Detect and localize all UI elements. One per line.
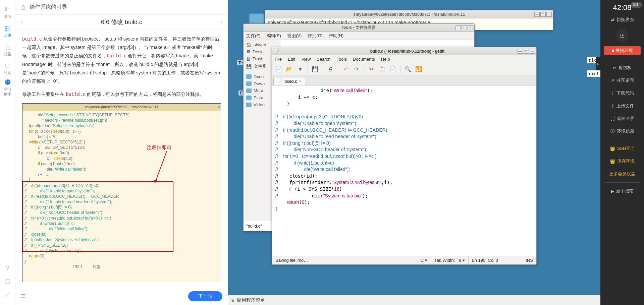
help-icon[interactable]: ? [0, 261, 15, 275]
gedit-titlebar[interactable]: 📝 build.c (~/oslab/linux-0.11/tools) - g… [272, 47, 536, 55]
status-position: Ln 190, Col 3 [469, 256, 522, 264]
gedit-app-icon: 📝 [274, 49, 279, 54]
menu-documents[interactable]: Documents [353, 57, 375, 62]
max-icon[interactable]: □ [540, 12, 546, 17]
svg-point-13 [6, 81, 7, 82]
menu-help[interactable]: 帮助(H) [329, 33, 343, 39]
annotation-box [22, 181, 173, 252]
status-lang[interactable]: C ▾ [417, 256, 431, 264]
save-env-button[interactable]: 👑 保存环境 [600, 155, 644, 168]
terminal-titlebar[interactable]: shiyanlou@662e0e2a87dfc0d5f310dd71: ~/os… [265, 10, 553, 18]
menu-view[interactable]: View [301, 57, 311, 62]
assistant-icon [4, 79, 11, 85]
left-nav: 章节 步骤 报告 讨论 学习 助手 ? [0, 0, 15, 305]
ssh-button[interactable]: 👑 SSH直连 [600, 142, 644, 155]
doc-breadcrumb: 操作系统的引导 [15, 0, 228, 15]
svg-rect-15 [6, 280, 10, 284]
nav-discuss[interactable]: 讨论 [0, 60, 15, 78]
nav-report[interactable]: 报告 [0, 41, 15, 60]
close-icon[interactable]: × [530, 49, 535, 54]
nav-assistant[interactable]: 学习 助手 [0, 78, 15, 97]
fm-titlebar[interactable]: tools - 文件管理器—□× [244, 24, 474, 32]
stats-icon[interactable] [0, 288, 15, 302]
doc-panel: 操作系统的引导 ‹ 6.6 修改 build.c › build.c 从命令行参… [15, 0, 228, 305]
fm-menubar: 文件(F) 编辑(E) 视图(V) 转到(G) 帮助(H) [244, 32, 474, 40]
code-content: die("Setup exceeds " STRINGIFY(SETUP_SEC… [22, 111, 221, 282]
close-icon[interactable]: × [468, 25, 473, 30]
gedit-window[interactable]: 📝 build.c (~/oslab/linux-0.11/tools) - g… [272, 47, 537, 265]
menu-goto[interactable]: 转到(G) [308, 33, 323, 39]
redo-icon[interactable]: ↷ [352, 65, 361, 74]
gedit-menubar: File Edit View Search Tools Documents He… [272, 55, 536, 63]
taskbar[interactable]: ⎈ 应用程序菜单 [228, 295, 600, 305]
save-icon[interactable] [0, 275, 15, 288]
cut-icon[interactable]: ✂ [367, 65, 376, 74]
doc-footer: ☰ 下一步 [15, 287, 228, 305]
guide-button[interactable]: ▶ 新手指南 [600, 185, 644, 197]
print-icon[interactable]: 🖨 [326, 65, 335, 74]
switch-view[interactable]: ⇄ 切换界面 [600, 13, 644, 26]
logo-icon: ◳ [615, 28, 629, 42]
right-panel: ▶ 延时 42:08 ⇄ 切换界面 ◳ ■ 关闭环境 ✂ 剪切板 ↗ 共享桌面 … [600, 0, 644, 305]
min-icon[interactable]: — [455, 25, 461, 30]
annotation-text: 注释掉即可 [147, 144, 172, 151]
next-button[interactable]: 下一步 [188, 291, 222, 301]
discuss-icon [5, 63, 11, 69]
menu-view[interactable]: 视图(V) [287, 33, 302, 39]
chevron-down-icon[interactable]: ▾ [296, 65, 305, 74]
copy-icon[interactable]: 📋 [377, 65, 387, 74]
download-button[interactable]: ⇩ 下载代码 [600, 87, 644, 100]
paste-icon[interactable]: 📄 [388, 65, 397, 74]
replace-icon[interactable]: 🔁 [414, 65, 423, 74]
app-menu-icon[interactable]: ⎈ [231, 298, 234, 303]
section-title: 6.6 修改 build.c [101, 18, 142, 26]
find-icon[interactable]: 🔍 [403, 65, 413, 74]
menu-edit[interactable]: Edit [288, 57, 295, 62]
home-icon[interactable] [21, 5, 26, 10]
gedit-title: build.c (~/oslab/linux-0.11/tools) - ged… [280, 49, 534, 54]
max-icon[interactable]: □ [462, 25, 467, 30]
next-section[interactable]: › [220, 18, 222, 25]
clipboard-button[interactable]: ✂ 剪切板 [600, 61, 644, 74]
tab-close-icon[interactable]: × [299, 79, 302, 84]
menu-edit[interactable]: 编辑(E) [267, 33, 281, 39]
collapse-icon[interactable]: ▶ [596, 57, 600, 70]
menu-file[interactable]: 文件(F) [246, 33, 261, 39]
nav-steps[interactable]: 步骤 [0, 22, 15, 41]
breadcrumb-text: 操作系统的引导 [30, 4, 67, 11]
close-env-button[interactable]: ■ 关闭环境 [604, 46, 641, 55]
status-tabwidth[interactable]: Tab Width: 8 ▾ [431, 256, 469, 264]
code-inline: build.c [66, 92, 86, 97]
svg-point-14 [8, 81, 9, 82]
nav-bottom: ? [0, 261, 15, 305]
prev-section[interactable]: ‹ [21, 18, 23, 25]
undo-icon[interactable]: ↶ [341, 65, 350, 74]
menu-tools[interactable]: Tools [337, 57, 347, 62]
editor-area[interactable]: die("Write call failed"); i += c; } // i… [272, 85, 536, 256]
close-icon[interactable]: × [546, 12, 552, 17]
doc-body: build.c 从命令行参数得到 bootsect、setup 和 system… [15, 29, 228, 287]
new-icon[interactable]: 📄 [274, 65, 283, 74]
upload-button[interactable]: ⇧ 上传文件 [600, 100, 644, 112]
app-menu-label[interactable]: 应用程序菜单 [237, 297, 265, 303]
menu-file[interactable]: File [275, 57, 282, 62]
more-vip[interactable]: 更多会员权益 [600, 168, 644, 180]
toc-icon[interactable]: ☰ [21, 293, 25, 299]
menu-help[interactable]: Help [381, 57, 390, 62]
menu-search[interactable]: Search [317, 57, 330, 62]
max-icon[interactable]: □ [524, 49, 529, 54]
min-icon[interactable]: — [534, 12, 540, 17]
doc-para2: 修改工作主要集中在 build.c 的尾部，可以参考下面的方式，将圈起来的部分注… [22, 90, 221, 99]
nav-label: 报告 [4, 52, 11, 57]
envinfo-button[interactable]: ⓘ 环境信息 [600, 125, 644, 138]
open-icon[interactable]: 📂 [285, 65, 294, 74]
fullscreen-button[interactable]: ⛶ 桌面全屏 [600, 112, 644, 125]
min-icon[interactable]: — [518, 49, 523, 54]
share-button[interactable]: ↗ 共享桌面 [600, 74, 644, 87]
editor-tab[interactable]: 📄 build.c × [273, 77, 305, 85]
nav-chapter[interactable]: 章节 [0, 3, 15, 22]
fm-title: tools - 文件管理器 [246, 25, 472, 30]
nav-label: 学习 助手 [4, 87, 11, 97]
svg-point-4 [5, 26, 7, 27]
save-icon[interactable]: 💾 [311, 65, 320, 74]
